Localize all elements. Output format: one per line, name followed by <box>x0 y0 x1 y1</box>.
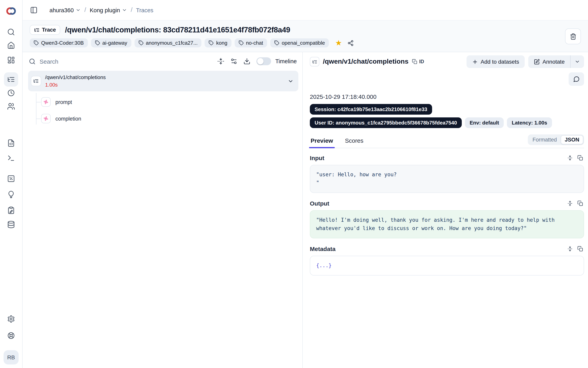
tab-scores[interactable]: Scores <box>344 135 364 148</box>
square-pen-icon <box>534 59 540 65</box>
database-icon <box>7 221 15 229</box>
dashboard-grid-icon <box>7 56 15 64</box>
tab-preview[interactable]: Preview <box>310 135 334 148</box>
latency-badge: Latency: 1.00s <box>507 117 552 128</box>
collapse-section-icon[interactable] <box>567 155 573 161</box>
sidebar-item-dashboards[interactable] <box>4 53 18 67</box>
sidebar-item-playground[interactable] <box>4 151 18 165</box>
sidebar-item-prompts[interactable] <box>4 136 18 150</box>
metadata-section-header: Metadata <box>310 246 584 252</box>
tag-icon <box>209 40 214 46</box>
search-icon <box>7 28 15 36</box>
collapse-all-icon[interactable] <box>217 58 224 65</box>
collapse-section-icon[interactable] <box>567 246 573 252</box>
file-code-icon <box>7 139 15 147</box>
chevron-down-icon <box>76 8 81 13</box>
env-badge: Env: default <box>465 117 504 128</box>
session-badge[interactable]: Session: c42fca19b75e13aac2b2106610f81e3… <box>310 104 432 115</box>
annotate-button[interactable]: Annotate <box>528 55 570 68</box>
sidebar-item-home[interactable] <box>4 39 18 52</box>
tree-search-row: Timeline <box>28 52 298 69</box>
copy-icon[interactable] <box>577 200 583 206</box>
trace-node-icon <box>31 76 41 86</box>
format-option-json[interactable]: JSON <box>561 135 583 144</box>
tree-node-label: prompt <box>55 99 72 105</box>
copy-icon[interactable] <box>577 155 583 161</box>
comment-bubble-icon <box>573 76 579 82</box>
user-avatar[interactable]: RB <box>4 350 19 364</box>
tag-icon <box>34 40 39 46</box>
home-icon <box>7 42 15 49</box>
sidebar-item-support[interactable] <box>4 329 18 342</box>
tag-pill[interactable]: Qwen3-Coder:30B <box>30 38 88 47</box>
timeline-label: Timeline <box>275 58 297 64</box>
tree-node-prompt[interactable]: prompt <box>41 95 298 109</box>
sidebar-item-sessions[interactable] <box>4 86 18 100</box>
tag-pill[interactable]: kong <box>205 38 231 47</box>
trace-node-icon <box>310 57 319 66</box>
metadata-content[interactable]: {...} <box>310 256 584 276</box>
breadcrumb-traces-link[interactable]: Traces <box>136 7 153 13</box>
list-tree-icon <box>34 27 39 33</box>
bookmark-star-icon[interactable]: ★ <box>335 39 342 47</box>
search-input[interactable] <box>39 58 217 65</box>
breadcrumb-separator: / <box>85 6 86 13</box>
input-section-header: Input <box>310 155 584 161</box>
collapse-section-icon[interactable] <box>567 200 573 206</box>
copy-icon[interactable] <box>577 246 583 252</box>
sidebar-item-annotation-queues[interactable] <box>4 203 18 217</box>
app-window: RB ahura360 / Kong plugin / Traces <box>0 0 588 368</box>
format-option-formatted[interactable]: Formatted <box>529 135 561 144</box>
breadcrumb-project[interactable]: Kong plugin <box>90 7 127 13</box>
annotate-dropdown-caret[interactable] <box>570 55 584 68</box>
sidebar-item-search[interactable] <box>4 25 18 39</box>
app-logo-icon[interactable] <box>5 5 17 17</box>
metadata-section-title: Metadata <box>310 246 336 252</box>
delete-trace-button[interactable] <box>565 28 581 44</box>
output-content: "Hello! I'm doing well, thank you for as… <box>310 210 584 238</box>
input-section-title: Input <box>310 155 324 161</box>
users-icon <box>7 102 15 110</box>
tree-node-completion[interactable]: completion <box>41 112 298 125</box>
panel-left-icon <box>30 6 38 14</box>
chevron-down-icon <box>575 59 580 64</box>
tree-node-label: completion <box>55 116 81 121</box>
chevron-down-icon[interactable] <box>288 78 294 84</box>
comments-button[interactable] <box>569 72 584 86</box>
sidebar-item-settings[interactable] <box>4 312 18 326</box>
sidebar-toggle-button[interactable] <box>28 5 39 16</box>
tag-icon <box>274 40 279 46</box>
detail-tabs: Preview Scores Formatted JSON <box>310 134 584 148</box>
percent-square-icon <box>7 175 15 183</box>
clock-icon <box>7 89 15 97</box>
tree-root-node[interactable]: /qwen/v1/chat/completions 1.00s <box>28 71 298 91</box>
tag-pill[interactable]: anonymous_c1fca27... <box>134 38 202 47</box>
output-section-header: Output <box>310 200 584 207</box>
timeline-toggle[interactable] <box>256 57 271 65</box>
sidebar-item-insights[interactable] <box>4 188 18 201</box>
add-to-datasets-button[interactable]: Add to datasets <box>466 55 525 68</box>
sidebar-item-users[interactable] <box>4 100 18 113</box>
tree-children: prompt completion <box>36 95 298 125</box>
share-icon[interactable] <box>347 40 354 46</box>
copy-id-button[interactable]: ID <box>412 59 424 64</box>
breadcrumb-org[interactable]: ahura360 <box>49 7 81 13</box>
tag-pill[interactable]: openai_compatible <box>270 38 329 47</box>
life-buoy-icon <box>7 332 15 340</box>
output-section-title: Output <box>310 200 329 207</box>
tag-pill[interactable]: no-chat <box>235 38 267 47</box>
sidebar-item-evaluators[interactable] <box>4 172 18 185</box>
icon-rail: RB <box>0 0 23 368</box>
tag-icon <box>138 40 143 46</box>
view-settings-icon[interactable] <box>230 58 237 65</box>
detail-header: /qwen/v1/chat/completions ID Add to data… <box>310 55 584 68</box>
tag-pill[interactable]: ai-gateway <box>91 38 131 47</box>
tree-root-label: /qwen/v1/chat/completions <box>45 74 106 80</box>
sidebar-item-datasets[interactable] <box>4 218 18 231</box>
user-id-badge[interactable]: User ID: anonymous_c1fca2795bbedc5f36678… <box>310 117 462 128</box>
sidebar-item-traces[interactable] <box>4 72 18 87</box>
event-node-icon <box>41 97 51 107</box>
user-initials: RB <box>7 354 15 360</box>
tag-list: Qwen3-Coder:30B ai-gateway anonymous_c1f… <box>30 38 580 47</box>
download-icon[interactable] <box>243 58 250 65</box>
